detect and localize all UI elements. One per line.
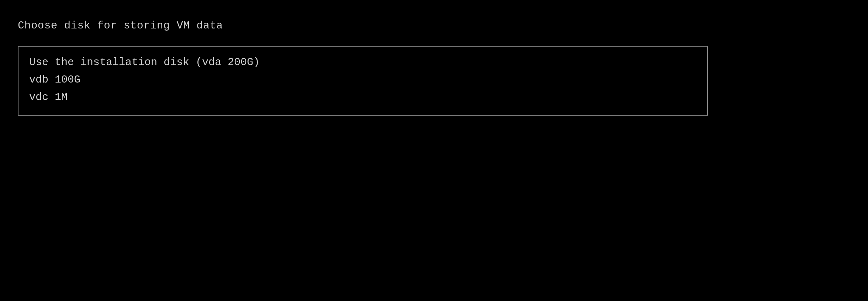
- menu-item-vdc[interactable]: vdc 1M: [29, 89, 697, 106]
- disk-selection-box[interactable]: Use the installation disk (vda 200G) vdb…: [18, 46, 708, 116]
- page-title: Choose disk for storing VM data: [18, 20, 850, 32]
- menu-item-vdb[interactable]: vdb 100G: [29, 71, 697, 89]
- screen: Choose disk for storing VM data Use the …: [0, 0, 868, 301]
- menu-item-installation-disk[interactable]: Use the installation disk (vda 200G): [29, 54, 697, 71]
